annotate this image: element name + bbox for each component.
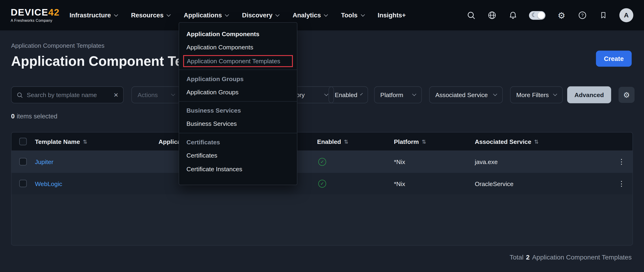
notifications-bell-icon[interactable] (508, 10, 518, 20)
total-count: 2 (526, 254, 530, 261)
platform-filter-dropdown[interactable]: Platform (374, 86, 422, 103)
row-checkbox-cell (12, 158, 35, 165)
header-platform: Platform⇅ (394, 138, 475, 145)
selection-label: items selected (17, 113, 57, 119)
search-box: × (11, 86, 124, 103)
table-row: WebLogic ✓ *Nix OracleService ⋮ (12, 172, 633, 194)
menu-item-business-services[interactable]: Business Services (179, 117, 297, 130)
cell-platform: *Nix (394, 158, 475, 165)
total-prefix: Total (510, 254, 524, 261)
select-all-checkbox[interactable] (19, 138, 26, 145)
cell-template-name: Jupiter (35, 158, 158, 165)
sort-icon[interactable]: ⇅ (534, 138, 538, 145)
help-icon[interactable]: ? (578, 10, 587, 20)
cell-associated-service: java.exe (475, 158, 610, 165)
menu-item-certificate-instances[interactable]: Certificate Instances (179, 162, 297, 176)
nav-label: Analytics (292, 12, 321, 19)
row-checkbox[interactable] (19, 158, 26, 165)
header-enabled: Enabled⇅ (317, 138, 394, 145)
menu-section-header-certificates: Certificates (179, 136, 297, 149)
cell-template-name: WebLogic (35, 180, 158, 187)
chevron-down-icon (171, 92, 175, 96)
cell-actions: ⋮ (610, 157, 632, 166)
cell-actions: ⋮ (610, 179, 632, 188)
column-label: Enabled (317, 138, 341, 145)
logo-device: DEVICE (11, 7, 48, 18)
cell-enabled: ✓ (317, 158, 394, 166)
cell-enabled: ✓ (317, 180, 394, 187)
create-button[interactable]: Create (596, 51, 632, 66)
nav-item-infrastructure[interactable]: Infrastructure (70, 12, 117, 19)
bookmark-icon[interactable] (598, 10, 608, 20)
header-associated-service: Associated Service⇅ (475, 138, 610, 145)
more-filters-dropdown[interactable]: More Filters (510, 86, 562, 103)
row-menu-icon[interactable]: ⋮ (610, 157, 632, 166)
clear-search-icon[interactable]: × (114, 91, 118, 99)
search-icon[interactable] (466, 10, 476, 20)
chevron-down-icon (276, 12, 280, 17)
search-input[interactable] (26, 91, 110, 98)
nav-item-analytics[interactable]: Analytics (292, 12, 328, 19)
platform-filter-label: Platform (380, 91, 403, 98)
column-label: Template Name (35, 138, 80, 145)
table-header-row: Template Name⇅ Application Components⇅ E… (12, 132, 633, 151)
sort-icon[interactable]: ⇅ (344, 138, 348, 145)
row-checkbox[interactable] (19, 180, 26, 187)
actions-dropdown[interactable]: Actions (132, 86, 181, 103)
column-label: Associated Service (475, 138, 531, 145)
column-label: Platform (394, 138, 419, 145)
settings-gear-icon[interactable]: ⚙ (556, 10, 566, 20)
device42-logo[interactable]: DEVICE42 A Freshworks Company (11, 8, 60, 23)
associated-service-filter-label: Associated Service (435, 91, 488, 98)
menu-divider (179, 101, 297, 102)
app-window: DEVICE42 A Freshworks Company Infrastruc… (0, 0, 644, 272)
menu-item-application-component-templates[interactable]: Application Component Templates (183, 55, 293, 67)
templates-table: Template Name⇅ Application Components⇅ E… (11, 132, 633, 246)
enabled-filter-label: Enabled (335, 91, 358, 98)
sort-icon[interactable]: ⇅ (83, 138, 87, 145)
advanced-button[interactable]: Advanced (567, 86, 611, 103)
nav-item-tools[interactable]: Tools (341, 12, 364, 19)
nav-label: Discovery (242, 12, 272, 19)
logo-text: DEVICE42 (11, 8, 60, 17)
sort-icon[interactable]: ⇅ (422, 138, 426, 145)
main-nav: Infrastructure Resources Applications Di… (70, 12, 406, 19)
nav-item-resources[interactable]: Resources (131, 12, 170, 19)
table-settings-button[interactable]: ⚙ (618, 87, 634, 103)
row-menu-icon[interactable]: ⋮ (610, 179, 632, 188)
table-total: Total 2 Application Component Templates (510, 254, 632, 261)
menu-item-application-groups[interactable]: Application Groups (179, 85, 297, 99)
chevron-down-icon (412, 92, 416, 96)
chevron-down-icon (493, 92, 497, 96)
nav-label: Applications (184, 12, 222, 19)
nav-label: Infrastructure (70, 12, 111, 19)
selection-status: 0items selected (11, 113, 57, 120)
cell-associated-service: OracleService (475, 180, 610, 187)
actions-label: Actions (138, 91, 158, 98)
menu-item-application-components[interactable]: Application Components (179, 40, 297, 54)
header-template-name: Template Name⇅ (35, 138, 158, 145)
nav-item-insights[interactable]: Insights+ (378, 12, 406, 19)
chevron-down-icon (324, 92, 328, 96)
chevron-down-icon (553, 92, 557, 96)
nav-item-discovery[interactable]: Discovery (242, 12, 279, 19)
row-checkbox-cell (12, 180, 35, 187)
enabled-check-icon: ✓ (318, 180, 326, 187)
chevron-down-icon (324, 12, 328, 17)
associated-service-filter-dropdown[interactable]: Associated Service (429, 86, 503, 103)
enabled-filter-dropdown[interactable]: Enabled (328, 86, 368, 103)
svg-text:?: ? (581, 13, 584, 18)
gear-glyph: ⚙ (558, 11, 565, 20)
template-link[interactable]: Jupiter (35, 158, 54, 165)
template-link[interactable]: WebLogic (35, 180, 62, 187)
navbar-actions: ☾ ⚙ ? A (466, 8, 633, 22)
header-checkbox-cell (12, 138, 35, 145)
user-avatar[interactable]: A (619, 8, 633, 22)
globe-icon[interactable] (487, 10, 497, 20)
menu-item-certificates[interactable]: Certificates (179, 149, 297, 162)
nav-item-applications[interactable]: Applications (184, 12, 228, 19)
theme-toggle[interactable]: ☾ (529, 11, 546, 20)
nav-label: Insights+ (378, 12, 406, 19)
chevron-down-icon (167, 12, 171, 17)
enabled-check-icon: ✓ (318, 158, 326, 166)
